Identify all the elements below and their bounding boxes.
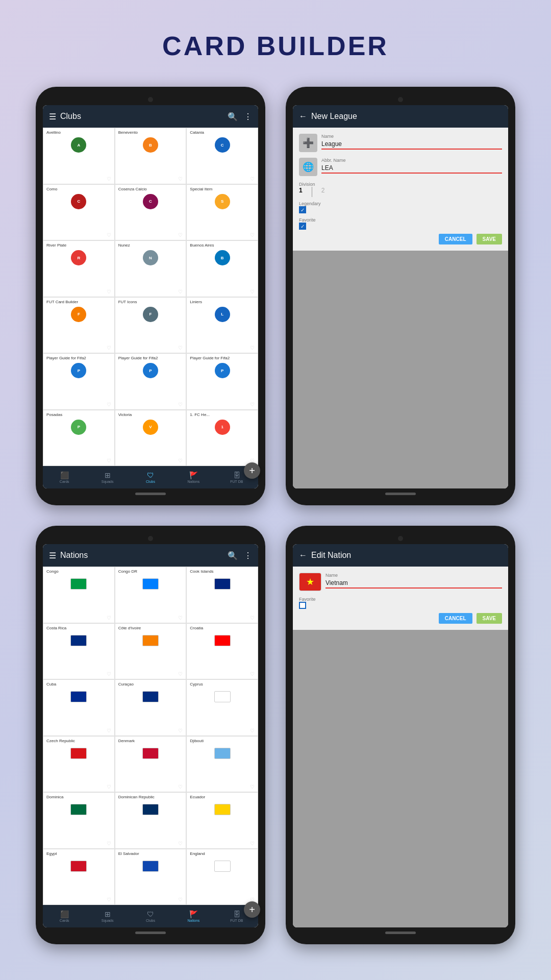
- menu-icon[interactable]: ☰: [49, 112, 56, 121]
- clubs-nav-item-squads[interactable]: ⊞Squads: [86, 466, 129, 488]
- nation-favorite-heart-icon[interactable]: ♡: [250, 841, 255, 846]
- league-add-icon[interactable]: ➕: [299, 134, 317, 152]
- nation-favorite-heart-icon[interactable]: ♡: [107, 841, 111, 846]
- legendary-checkbox[interactable]: ✓: [299, 206, 306, 213]
- nation-cell[interactable]: Ecuador♡: [186, 792, 258, 849]
- favorite-heart-icon[interactable]: ♡: [250, 176, 255, 182]
- add-club-fab[interactable]: +: [244, 462, 260, 479]
- favorite-checkbox-nation[interactable]: [299, 602, 306, 609]
- nations-nav-item-squads[interactable]: ⊞Squads: [86, 905, 129, 927]
- nations-search-icon[interactable]: 🔍: [228, 551, 238, 560]
- club-cell[interactable]: Player Guide for Fifa2P♡: [186, 353, 258, 410]
- nation-favorite-heart-icon[interactable]: ♡: [250, 784, 255, 790]
- favorite-checkbox-league[interactable]: ✓: [299, 223, 306, 230]
- edit-nation-cancel-button[interactable]: CANCEL: [439, 613, 472, 624]
- division-2[interactable]: 2: [321, 187, 325, 197]
- nation-favorite-heart-icon[interactable]: ♡: [107, 897, 111, 902]
- clubs-nav-item-cards[interactable]: ⬛Cards: [43, 466, 86, 488]
- favorite-heart-icon[interactable]: ♡: [107, 458, 111, 463]
- favorite-heart-icon[interactable]: ♡: [107, 232, 111, 238]
- nation-favorite-heart-icon[interactable]: ♡: [107, 728, 111, 733]
- club-cell[interactable]: Cosenza CalcioC♡: [115, 184, 187, 241]
- edit-nation-save-button[interactable]: SAVE: [477, 613, 503, 624]
- league-name-input[interactable]: [321, 139, 502, 150]
- nation-cell[interactable]: Dominica♡: [43, 792, 115, 849]
- nation-favorite-heart-icon[interactable]: ♡: [250, 728, 255, 733]
- club-cell[interactable]: VictoriaV♡: [115, 410, 187, 467]
- league-abbr-input[interactable]: [321, 163, 502, 174]
- favorite-heart-icon[interactable]: ♡: [178, 345, 183, 351]
- nations-more-icon[interactable]: ⋮: [244, 551, 252, 560]
- nation-cell[interactable]: El Salvador♡: [115, 849, 187, 905]
- nation-cell[interactable]: Cook Islands♡: [186, 567, 258, 623]
- club-cell[interactable]: ComoC♡: [43, 184, 115, 241]
- clubs-nav-item-nations[interactable]: 🚩Nations: [172, 466, 215, 488]
- nation-favorite-heart-icon[interactable]: ♡: [250, 671, 255, 677]
- nation-favorite-heart-icon[interactable]: ♡: [178, 841, 183, 846]
- favorite-heart-icon[interactable]: ♡: [250, 402, 255, 407]
- club-cell[interactable]: AvellinoA♡: [43, 128, 115, 184]
- club-cell[interactable]: FUT IconsF♡: [115, 297, 187, 354]
- nation-cell[interactable]: Dominican Republic♡: [115, 792, 187, 849]
- favorite-heart-icon[interactable]: ♡: [107, 345, 111, 351]
- club-cell[interactable]: River PlateR♡: [43, 240, 115, 297]
- club-cell[interactable]: NunezN♡: [115, 240, 187, 297]
- club-cell[interactable]: 1. FC He...1♡: [186, 410, 258, 467]
- nation-favorite-heart-icon[interactable]: ♡: [107, 615, 111, 621]
- nation-cell[interactable]: Egypt♡: [43, 849, 115, 905]
- club-cell[interactable]: CataniaC♡: [186, 128, 258, 184]
- club-cell[interactable]: Player Guide for Fifa2P♡: [115, 353, 187, 410]
- nation-cell[interactable]: Czech Republic♡: [43, 736, 115, 793]
- nation-cell[interactable]: Côte d'Ivoire♡: [115, 623, 187, 680]
- club-cell[interactable]: LiniersL♡: [186, 297, 258, 354]
- back-icon[interactable]: ←: [299, 112, 307, 121]
- new-league-cancel-button[interactable]: CANCEL: [439, 234, 472, 244]
- edit-nation-back-icon[interactable]: ←: [299, 551, 307, 560]
- nation-favorite-heart-icon[interactable]: ♡: [178, 784, 183, 790]
- new-league-save-button[interactable]: SAVE: [477, 234, 503, 244]
- nation-favorite-heart-icon[interactable]: ♡: [178, 897, 183, 902]
- favorite-heart-icon[interactable]: ♡: [178, 232, 183, 238]
- favorite-heart-icon[interactable]: ♡: [250, 232, 255, 238]
- club-cell[interactable]: Player Guide for Fifa2P♡: [43, 353, 115, 410]
- search-icon[interactable]: 🔍: [228, 112, 238, 121]
- nation-cell[interactable]: Denmark♡: [115, 736, 187, 793]
- favorite-heart-icon[interactable]: ♡: [107, 176, 111, 182]
- favorite-heart-icon[interactable]: ♡: [178, 458, 183, 463]
- nation-favorite-heart-icon[interactable]: ♡: [107, 671, 111, 677]
- nation-favorite-heart-icon[interactable]: ♡: [178, 728, 183, 733]
- nation-cell[interactable]: Congo DR♡: [115, 567, 187, 623]
- club-cell[interactable]: BeneventoB♡: [115, 128, 187, 184]
- favorite-heart-icon[interactable]: ♡: [107, 402, 111, 407]
- club-cell[interactable]: Buenos AiresB♡: [186, 240, 258, 297]
- club-cell[interactable]: Special ItemS♡: [186, 184, 258, 241]
- favorite-heart-icon[interactable]: ♡: [250, 289, 255, 295]
- favorite-heart-icon[interactable]: ♡: [178, 402, 183, 407]
- nation-favorite-heart-icon[interactable]: ♡: [250, 615, 255, 621]
- nation-cell[interactable]: Djibouti♡: [186, 736, 258, 793]
- nations-nav-item-cards[interactable]: ⬛Cards: [43, 905, 86, 927]
- nation-cell[interactable]: Curaçao♡: [115, 679, 187, 736]
- nation-cell[interactable]: Congo♡: [43, 567, 115, 623]
- favorite-heart-icon[interactable]: ♡: [250, 345, 255, 351]
- favorite-heart-icon[interactable]: ♡: [178, 289, 183, 295]
- nation-favorite-heart-icon[interactable]: ♡: [178, 615, 183, 621]
- nations-menu-icon[interactable]: ☰: [49, 551, 56, 560]
- nation-cell[interactable]: Cyprus♡: [186, 679, 258, 736]
- club-cell[interactable]: PosadasP♡: [43, 410, 115, 467]
- nations-nav-item-nations[interactable]: 🚩Nations: [172, 905, 215, 927]
- nation-cell[interactable]: England♡: [186, 849, 258, 905]
- club-cell[interactable]: FUT Card BuilderF♡: [43, 297, 115, 354]
- nation-favorite-heart-icon[interactable]: ♡: [178, 671, 183, 677]
- nation-cell[interactable]: Cuba♡: [43, 679, 115, 736]
- nation-cell[interactable]: Costa Rica♡: [43, 623, 115, 680]
- nations-nav-item-clubs[interactable]: 🛡Clubs: [129, 905, 172, 927]
- division-1[interactable]: 1: [299, 187, 303, 197]
- favorite-heart-icon[interactable]: ♡: [178, 176, 183, 182]
- clubs-nav-item-clubs[interactable]: 🛡Clubs: [129, 466, 172, 488]
- add-nation-fab[interactable]: +: [244, 901, 260, 918]
- nation-cell[interactable]: Croatia♡: [186, 623, 258, 680]
- more-icon[interactable]: ⋮: [244, 112, 252, 121]
- nation-favorite-heart-icon[interactable]: ♡: [107, 784, 111, 790]
- favorite-heart-icon[interactable]: ♡: [107, 289, 111, 295]
